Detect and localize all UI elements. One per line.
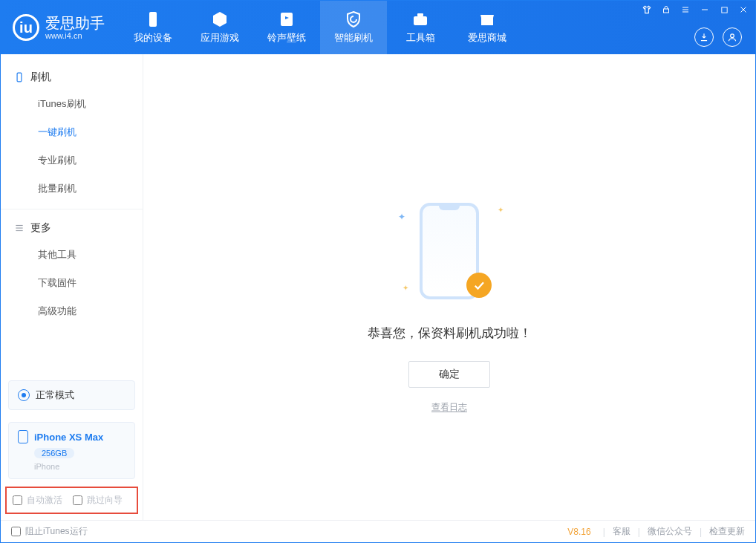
svg-point-12 [731, 34, 734, 38]
cube-icon [211, 10, 229, 28]
device-mode: 正常模式 [18, 388, 126, 402]
device-phone-icon [18, 430, 28, 443]
flash-options-highlight: 自动激活 跳过向导 [5, 487, 138, 514]
footer-link-support[interactable]: 客服 [613, 525, 630, 538]
main-content: ✦ ✦ ✦ 恭喜您，保资料刷机成功啦！ 确定 查看日志 [143, 54, 755, 520]
sidebar-item-advanced[interactable]: 高级功能 [1, 297, 143, 325]
sidebar-item-one-click-flash[interactable]: 一键刷机 [1, 118, 143, 146]
check-badge-icon [466, 273, 492, 298]
tab-label: 智能刷机 [334, 31, 373, 45]
lock-icon[interactable] [660, 4, 672, 16]
phone-icon [144, 10, 162, 28]
tab-label: 爱思商城 [468, 31, 506, 45]
svg-rect-4 [664, 9, 669, 13]
view-log-link[interactable]: 查看日志 [431, 401, 467, 414]
skip-guide-input[interactable] [73, 495, 82, 505]
skip-guide-checkbox[interactable]: 跳过向导 [73, 494, 123, 507]
sidebar: 刷机 iTunes刷机 一键刷机 专业刷机 批量刷机 更多 其他工具 下载固件 … [1, 54, 143, 520]
app-url: www.i4.cn [45, 31, 105, 40]
header-tabs: 我的设备 应用游戏 铃声壁纸 智能刷机 工具箱 爱思商城 [120, 1, 521, 54]
sparkle-icon: ✦ [403, 284, 408, 292]
sidebar-group-title: 刷机 [30, 71, 51, 84]
svg-rect-1 [281, 13, 293, 26]
footer-link-wechat[interactable]: 微信公众号 [648, 525, 692, 538]
user-button[interactable] [723, 27, 742, 47]
music-icon [278, 10, 296, 28]
maximize-button[interactable] [718, 4, 730, 16]
block-itunes-checkbox[interactable]: 阻止iTunes运行 [11, 525, 88, 538]
app-name: 爱思助手 [45, 15, 105, 31]
svg-rect-2 [414, 16, 427, 25]
status-bar: 阻止iTunes运行 V8.16 | 客服 | 微信公众号 | 检查更新 [1, 520, 755, 542]
auto-activate-input[interactable] [13, 495, 22, 505]
tab-my-device[interactable]: 我的设备 [120, 1, 186, 54]
device-name-row: iPhone XS Max [18, 430, 126, 443]
tab-toolbox[interactable]: 工具箱 [387, 1, 454, 54]
device-name: iPhone XS Max [34, 432, 103, 443]
tab-smart-flash[interactable]: 智能刷机 [320, 1, 387, 54]
header: iu 爱思助手 www.i4.cn 我的设备 应用游戏 铃声壁纸 智能刷机 [1, 1, 755, 54]
separator: | [638, 527, 640, 537]
shield-refresh-icon [345, 10, 362, 28]
close-button[interactable] [737, 4, 749, 16]
separator: | [700, 527, 702, 537]
auto-activate-checkbox[interactable]: 自动激活 [13, 494, 62, 507]
tab-label: 我的设备 [134, 31, 172, 45]
tab-ringtones-wallpapers[interactable]: 铃声壁纸 [253, 1, 320, 54]
sidebar-item-itunes-flash[interactable]: iTunes刷机 [1, 90, 143, 118]
svg-rect-13 [17, 73, 22, 82]
menu-icon[interactable] [680, 4, 691, 16]
body: 刷机 iTunes刷机 一键刷机 专业刷机 批量刷机 更多 其他工具 下载固件 … [1, 54, 755, 520]
success-illustration: ✦ ✦ ✦ [401, 195, 498, 307]
block-itunes-input[interactable] [11, 527, 21, 536]
svg-rect-3 [417, 13, 423, 16]
minimize-button[interactable] [699, 4, 711, 16]
device-mode-card[interactable]: 正常模式 [8, 380, 135, 410]
sidebar-group-more: 更多 [1, 215, 143, 241]
tab-label: 应用游戏 [201, 31, 239, 45]
logo: iu 爱思助手 www.i4.cn [1, 1, 120, 54]
separator: | [603, 527, 605, 537]
logo-text: 爱思助手 www.i4.cn [45, 15, 105, 40]
sparkle-icon: ✦ [498, 206, 504, 214]
divider [1, 209, 143, 209]
tab-label: 工具箱 [406, 31, 435, 45]
tshirt-icon[interactable] [641, 4, 653, 16]
sidebar-scroll: 刷机 iTunes刷机 一键刷机 专业刷机 批量刷机 更多 其他工具 下载固件 … [1, 54, 143, 373]
svg-rect-9 [721, 7, 726, 12]
footer-links: | 客服 | 微信公众号 | 检查更新 [603, 525, 745, 538]
version-label: V8.16 [567, 527, 590, 537]
sidebar-item-pro-flash[interactable]: 专业刷机 [1, 146, 143, 175]
header-actions [694, 27, 742, 47]
sidebar-item-batch-flash[interactable]: 批量刷机 [1, 175, 143, 203]
svg-rect-0 [149, 12, 157, 27]
sidebar-item-other-tools[interactable]: 其他工具 [1, 241, 143, 269]
toolbox-icon [411, 10, 429, 28]
app-window: iu 爱思助手 www.i4.cn 我的设备 应用游戏 铃声壁纸 智能刷机 [0, 0, 756, 543]
device-capacity: 256GB [34, 448, 74, 458]
device-subtitle: iPhone [34, 462, 126, 471]
logo-icon: iu [13, 14, 39, 41]
sparkle-icon: ✦ [398, 212, 405, 222]
tab-label: 铃声壁纸 [267, 31, 306, 45]
window-controls [641, 4, 749, 16]
sidebar-group-title: 更多 [30, 221, 51, 235]
list-icon [14, 223, 25, 233]
footer-link-update[interactable]: 检查更新 [709, 525, 745, 538]
success-message: 恭喜您，保资料刷机成功啦！ [368, 325, 532, 342]
download-button[interactable] [694, 27, 714, 47]
phone-outline-icon [14, 72, 25, 82]
skip-guide-label: 跳过向导 [87, 494, 123, 507]
device-mode-label: 正常模式 [36, 388, 74, 402]
tab-apps-games[interactable]: 应用游戏 [186, 1, 253, 54]
sidebar-item-download-firmware[interactable]: 下载固件 [1, 269, 143, 297]
sidebar-group-flash: 刷机 [1, 65, 143, 90]
mode-indicator-icon [18, 389, 30, 401]
block-itunes-label: 阻止iTunes运行 [25, 525, 88, 538]
store-icon [478, 10, 496, 28]
auto-activate-label: 自动激活 [27, 494, 62, 507]
device-card[interactable]: iPhone XS Max 256GB iPhone [8, 422, 135, 479]
ok-button[interactable]: 确定 [408, 361, 490, 388]
tab-store[interactable]: 爱思商城 [454, 1, 521, 54]
